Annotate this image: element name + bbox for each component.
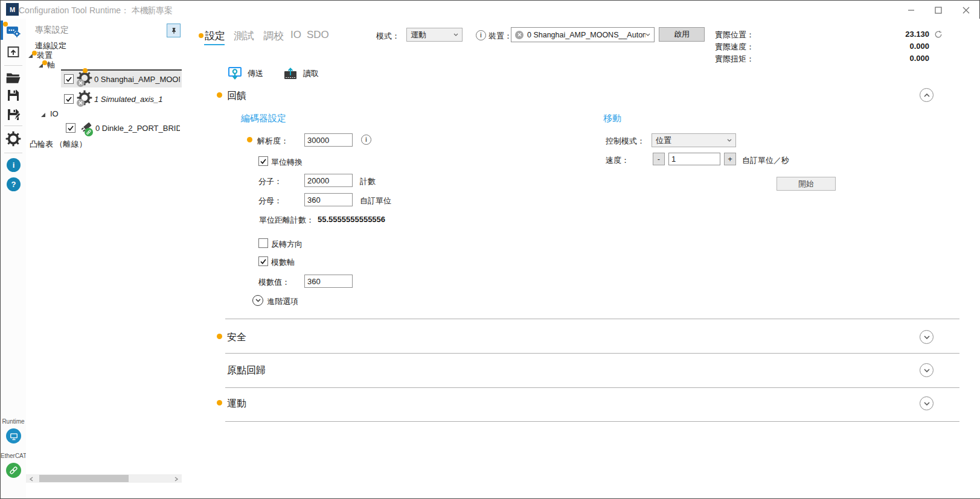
control-mode-label: 控制模式： [606,136,645,147]
section-divider [225,353,959,354]
tree-panel-title: 專案設定 [35,25,69,36]
axis0-modified-dot [83,68,88,73]
actual-position-label: 實際位置： [715,30,754,40]
velocity-increment-button[interactable]: + [724,153,736,165]
device-select[interactable]: 0 Shanghai_AMP_MOONS__Automation_STF06_E… [511,27,655,42]
start-button[interactable]: 開始 [777,177,836,191]
chevron-down-icon [453,33,458,36]
resolution-input[interactable] [304,133,353,147]
menu-new-project[interactable]: 新專案 [147,5,173,16]
safety-expand-button[interactable] [920,330,934,344]
tree-item-io0[interactable]: 0 Dinkle_2_PORT_BRIDGE_G [95,124,180,133]
homing-expand-button[interactable] [920,363,934,377]
read-button[interactable]: 讀取 [283,66,319,81]
send-button[interactable]: 傳送 [227,66,263,81]
tab-sdo[interactable]: SDO [307,29,329,41]
pin-panel-button[interactable] [167,24,181,37]
rail-divider [4,153,22,153]
rail-item-open-project[interactable] [5,70,21,86]
axis1-offline-badge [77,99,85,107]
reverse-direction-checkbox[interactable] [258,238,268,248]
tree-item-axis0[interactable]: 0 Shanghai_AMP_MOONS_ [94,75,180,84]
rail-item-save[interactable] [6,88,21,103]
ethercat-rail-label: EtherCAT [1,453,26,459]
feedback-collapse-button[interactable] [920,88,934,102]
menu-runtime[interactable]: Runtime： 本機 [89,5,149,16]
gear-icon [5,131,21,147]
rail-divider [4,65,22,66]
axis0-checkbox[interactable] [64,74,74,84]
resolution-label: 解析度： [257,136,289,147]
save-as-icon [6,107,21,122]
denominator-unit: 自訂單位 [360,195,391,206]
velocity-decrement-button[interactable]: - [653,153,665,165]
tree-item-io-group[interactable]: IO [50,109,59,118]
reset-position-icon[interactable] [934,30,943,39]
tree-item-cam-table[interactable]: 凸輪表 （離線） [30,139,87,150]
tab-io[interactable]: IO [290,29,301,41]
numerator-input[interactable] [304,174,353,187]
tree-hscrollbar-thumb[interactable] [39,475,129,482]
minimize-icon [908,7,915,14]
title-bar: M Configuration Tool Runtime： 本機 新專案 [1,1,979,19]
chevron-down-icon [255,299,261,302]
control-mode-select[interactable]: 位置 [652,133,736,147]
denominator-input[interactable] [304,193,353,206]
scroll-right-icon [175,477,178,482]
velocity-input[interactable] [668,153,720,165]
axis0-offline-badge [77,79,85,87]
mode-select-value: 運動 [411,30,426,40]
help-button[interactable]: ? [7,177,21,191]
modulo-value-input[interactable] [304,275,353,288]
maximize-button[interactable] [933,5,944,16]
active-tab-underline [204,44,225,45]
ethercat-link-icon[interactable] [6,463,21,478]
mode-label: 模式： [376,31,400,42]
advanced-options-label: 進階選項 [267,296,298,307]
rail-divider [4,126,22,126]
resolution-info-icon[interactable]: i [361,135,371,145]
unit-conversion-checkbox[interactable] [258,156,268,166]
io0-checkbox[interactable] [66,123,75,133]
tab-test[interactable]: 測試 [234,29,254,43]
tab-tuning[interactable]: 調校 [263,29,284,43]
safety-section-dot [217,334,222,339]
expander-triangle-icon[interactable] [40,112,46,118]
settings-tab-dot [199,33,203,38]
mode-select[interactable]: 運動 [406,28,463,42]
runtime-monitor-icon[interactable] [6,428,21,443]
modulo-axis-checkbox[interactable] [258,256,268,266]
rail-project-dot [3,22,8,27]
tab-settings[interactable]: 設定 [205,29,225,43]
enable-button[interactable]: 啟用 [659,27,705,42]
runtime-rail-label: Runtime [1,418,26,425]
chevron-down-icon [924,335,930,339]
advanced-options-toggle[interactable] [252,295,263,306]
motion-expand-button[interactable] [920,396,934,410]
encoder-settings-title: 編碼器設定 [241,113,286,124]
close-icon [962,7,970,14]
control-mode-value: 位置 [656,135,671,146]
counts-per-unit-label: 單位距離計數： [259,215,314,226]
info-button[interactable]: i [7,158,21,172]
modulo-axis-label: 模數軸 [271,257,295,268]
window-upload-icon [6,45,21,59]
send-icon [227,66,243,81]
actual-position-value: 23.130 [870,30,929,39]
mode-info-icon[interactable]: i [476,30,486,40]
tree-item-axis-group[interactable]: 軸 [47,60,55,71]
rail-item-open-window[interactable] [6,45,21,59]
rail-item-settings[interactable] [5,131,21,147]
axis-status-dot [42,60,47,65]
denominator-label: 分母： [258,195,282,206]
close-button[interactable] [961,5,972,16]
minimize-button[interactable] [906,5,917,16]
tree-item-axis1[interactable]: 1 Simulated_axis_1 [94,95,162,104]
safety-section-title: 安全 [227,331,246,344]
motion-section-title: 運動 [227,398,246,410]
rail-item-save-as[interactable] [6,107,21,122]
chevron-down-icon [924,402,930,405]
device-offline-badge [515,31,524,39]
axis1-checkbox[interactable] [64,94,74,104]
reverse-direction-label: 反轉方向 [271,239,303,250]
